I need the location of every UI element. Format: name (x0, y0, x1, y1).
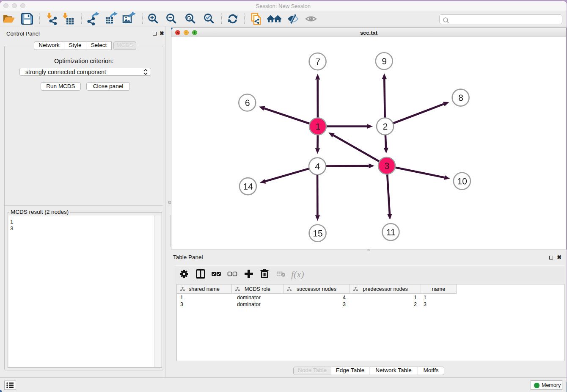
svg-text:f(x): f(x) (291, 269, 304, 279)
